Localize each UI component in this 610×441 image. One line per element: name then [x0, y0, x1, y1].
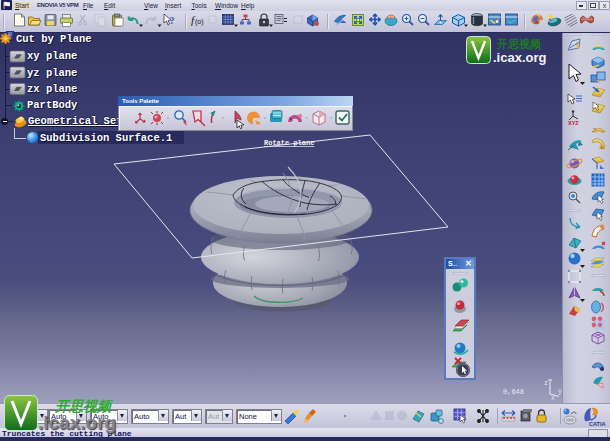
svg-text:Rotate plane: Rotate plane	[264, 139, 314, 147]
svg-text:z: z	[544, 380, 548, 387]
svg-text:XYZ: XYZ	[568, 120, 579, 126]
svg-text:(o): (o)	[195, 18, 204, 26]
svg-text:?: ?	[170, 15, 175, 26]
svg-text:x: x	[551, 395, 555, 401]
svg-text:CATIA: CATIA	[589, 421, 605, 427]
